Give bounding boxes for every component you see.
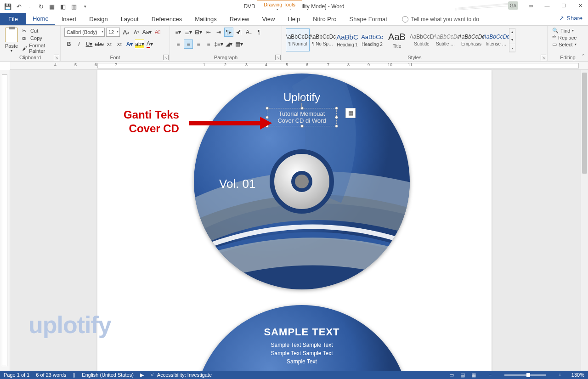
format-painter-button[interactable]: 🖌Format Painter xyxy=(21,42,57,54)
tab-view[interactable]: View xyxy=(255,13,281,25)
decrease-indent-button[interactable]: ⇤ xyxy=(204,28,213,37)
highlight-button[interactable]: ab▾ xyxy=(135,40,144,49)
clear-formatting-button[interactable]: A⃠ xyxy=(153,28,162,37)
tab-file[interactable]: File xyxy=(0,13,26,25)
style-intense-emphasis[interactable]: AaBbCcDcIntense E... xyxy=(484,28,508,51)
cd2-title-text[interactable]: SAMPLE TEXT xyxy=(264,326,339,338)
numbering-button[interactable]: ≣▾ xyxy=(184,28,193,37)
clipboard-dialog-launcher[interactable]: ↘ xyxy=(54,55,59,60)
align-left-button[interactable]: ≡ xyxy=(174,40,183,49)
status-words[interactable]: 6 of 23 words xyxy=(36,372,66,378)
redo-icon[interactable]: ↻ xyxy=(36,1,46,11)
share-button[interactable]: ↗ Share xyxy=(559,15,582,22)
bold-button[interactable]: B xyxy=(64,40,74,49)
cut-button[interactable]: ✂Cut xyxy=(21,28,57,34)
tab-nitro-pro[interactable]: Nitro Pro xyxy=(306,13,343,25)
cd2-sample-lines[interactable]: Sample Text Sample Text Sample Text Samp… xyxy=(271,341,333,366)
tab-layout[interactable]: Layout xyxy=(114,13,145,25)
paragraph-dialog-launcher[interactable]: ↘ xyxy=(275,55,281,60)
font-name-combo[interactable]: Calibri (Body)▾ xyxy=(64,28,105,37)
bullets-button[interactable]: ≡▾ xyxy=(174,28,183,37)
collapse-ribbon-button[interactable]: ⌃ xyxy=(581,53,585,59)
qat-item-1[interactable]: ▦ xyxy=(47,1,57,11)
multilevel-list-button[interactable]: ⊟▾ xyxy=(194,28,203,37)
tab-mailings[interactable]: Mailings xyxy=(188,13,223,25)
tab-review[interactable]: Review xyxy=(223,13,256,25)
shrink-font-button[interactable]: A▾ xyxy=(132,28,141,37)
style-no-spacing[interactable]: AaBbCcDc¶ No Spac... xyxy=(311,28,334,51)
copy-button[interactable]: ⧉Copy xyxy=(21,35,57,41)
align-right-button[interactable]: ≡ xyxy=(194,40,203,49)
maximize-button[interactable]: ☐ xyxy=(556,0,571,11)
tab-help[interactable]: Help xyxy=(281,13,306,25)
qat-item-2[interactable]: ◧ xyxy=(58,1,68,11)
status-accessibility[interactable]: ⛌Accessibility: Investigate xyxy=(150,372,212,378)
align-center-button[interactable]: ≡ xyxy=(184,40,193,49)
zoom-level[interactable]: 130% xyxy=(571,372,584,378)
show-marks-button[interactable]: ¶ xyxy=(254,28,264,37)
style-subtitle[interactable]: AaBbCcDSubtitle xyxy=(410,28,434,51)
tab-design[interactable]: Design xyxy=(83,13,114,25)
resize-handle-tl[interactable] xyxy=(266,107,269,110)
web-layout-button[interactable]: ▦ xyxy=(469,372,479,378)
scrollbar-thumb[interactable] xyxy=(582,73,587,174)
status-macro-icon[interactable]: ▶ xyxy=(140,372,144,378)
qat-item-3[interactable]: ▥ xyxy=(69,1,79,11)
sort-button[interactable]: A↓ xyxy=(244,28,254,37)
ribbon-display-icon[interactable]: ▭ xyxy=(523,0,538,11)
selected-textbox[interactable]: Tutorial Membuat Cover CD di Word xyxy=(267,108,337,126)
tab-shape-format[interactable]: Shape Format xyxy=(343,13,393,25)
paste-button[interactable]: Paste ▾ xyxy=(4,28,19,54)
shading-button[interactable]: ◢▾ xyxy=(224,40,233,49)
justify-button[interactable]: ≡ xyxy=(204,40,213,49)
status-proofing-icon[interactable]: ▯ xyxy=(73,372,75,378)
strikethrough-button[interactable]: abc xyxy=(95,40,104,49)
subscript-button[interactable]: x2 xyxy=(105,40,114,49)
save-icon[interactable]: 💾 xyxy=(3,1,13,11)
horizontal-ruler[interactable]: 45671234567891011 xyxy=(10,62,588,70)
style-heading-1[interactable]: AaBbCHeading 1 xyxy=(335,28,359,51)
zoom-out-button[interactable]: − xyxy=(485,372,495,378)
vertical-scrollbar[interactable] xyxy=(581,70,588,371)
font-dialog-launcher[interactable]: ↘ xyxy=(163,55,169,60)
tab-references[interactable]: References xyxy=(145,13,188,25)
resize-handle-bc[interactable] xyxy=(300,124,304,128)
qat-customize-icon[interactable]: ▾ xyxy=(80,1,90,11)
borders-button[interactable]: ▦▾ xyxy=(234,40,243,49)
tab-home[interactable]: Home xyxy=(26,13,55,25)
replace-button[interactable]: ᵃᵇReplace xyxy=(551,34,584,40)
style-emphasis[interactable]: AaBbCcDcEmphasis xyxy=(459,28,483,51)
underline-button[interactable]: U▾ xyxy=(85,40,94,49)
styles-more[interactable]: ⌄ xyxy=(509,44,515,52)
select-button[interactable]: ▭Select▾ xyxy=(551,41,584,47)
status-language[interactable]: English (United States) xyxy=(82,372,134,378)
styles-scroll-down[interactable]: ▾ xyxy=(509,36,515,44)
print-layout-button[interactable]: ▤ xyxy=(458,372,468,378)
undo-icon[interactable]: ↶ xyxy=(14,1,24,11)
tell-me-search[interactable]: Tell me what you want to do xyxy=(402,13,479,25)
cd-label-2[interactable]: SAMPLE TEXT Sample Text Sample Text Samp… xyxy=(194,305,410,371)
close-button[interactable]: ✕ xyxy=(572,0,588,11)
zoom-in-button[interactable]: + xyxy=(555,372,565,378)
status-page[interactable]: Page 1 of 1 xyxy=(4,372,29,378)
change-case-button[interactable]: Aa▾ xyxy=(142,28,152,37)
style-title[interactable]: AaBTitle xyxy=(385,28,409,51)
rotate-handle[interactable] xyxy=(300,98,304,103)
superscript-button[interactable]: x2 xyxy=(115,40,124,49)
document-area[interactable]: Uplotify Vol. 01 Tutorial Membuat Cover … xyxy=(10,70,581,371)
zoom-slider[interactable] xyxy=(504,374,546,376)
resize-handle-br[interactable] xyxy=(335,124,338,128)
styles-dialog-launcher[interactable]: ↘ xyxy=(541,55,546,60)
resize-handle-rc[interactable] xyxy=(335,116,338,119)
cd-label-1[interactable]: Uplotify Vol. 01 Tutorial Membuat Cover … xyxy=(194,74,410,289)
resize-handle-tr[interactable] xyxy=(335,107,338,110)
read-mode-button[interactable]: ▭ xyxy=(447,372,457,378)
cd-volume-text[interactable]: Vol. 01 xyxy=(219,177,256,191)
style-heading-2[interactable]: AaBbCcHeading 2 xyxy=(360,28,384,51)
style-normal[interactable]: AaBbCcDc¶ Normal xyxy=(286,28,310,51)
styles-scroll-up[interactable]: ▴ xyxy=(509,28,515,36)
vertical-ruler[interactable] xyxy=(0,70,10,371)
minimize-button[interactable]: — xyxy=(539,0,555,11)
increase-indent-button[interactable]: ⇥ xyxy=(214,28,223,37)
grow-font-button[interactable]: A▴ xyxy=(121,28,130,37)
